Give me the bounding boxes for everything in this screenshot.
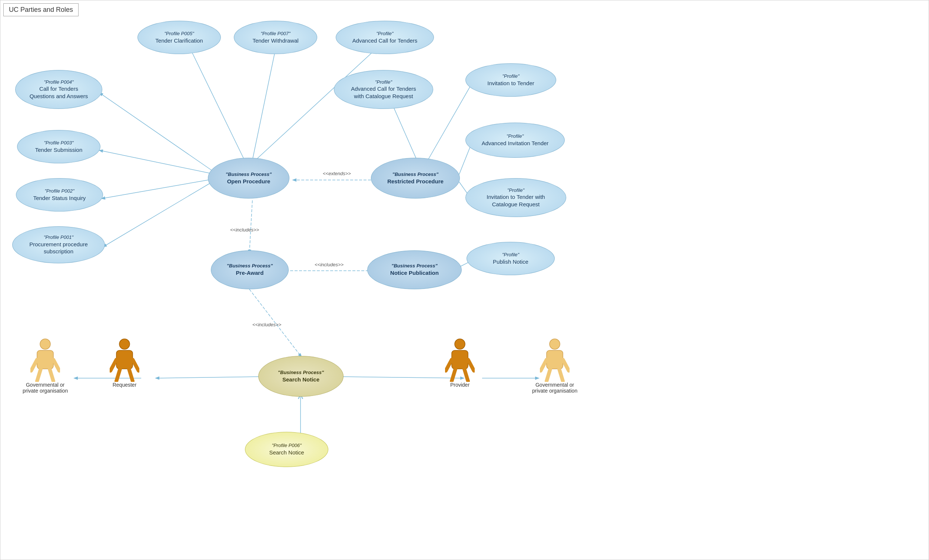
node-profile-p001: "Profile P001" Procurement procedure sub… <box>12 226 105 263</box>
svg-rect-44 <box>547 350 563 369</box>
svg-point-37 <box>455 339 465 349</box>
node-pre-award: "Business Process" Pre-Award <box>211 250 289 289</box>
node-profile-invitation-cat: "Profile" Invitation to Tender with Cata… <box>465 178 566 217</box>
svg-rect-26 <box>37 350 54 369</box>
svg-line-39 <box>446 360 452 371</box>
svg-line-1 <box>252 39 277 161</box>
svg-line-4 <box>100 150 212 174</box>
actor-requester: Requester <box>110 337 140 388</box>
svg-text:<<extends>>: <<extends>> <box>323 171 351 176</box>
svg-line-35 <box>117 369 120 381</box>
svg-line-13 <box>249 289 301 357</box>
svg-line-30 <box>50 369 54 381</box>
node-profile-p007: "Profile P007" Tender Withdrawal <box>234 21 317 54</box>
node-profile-p005: "Profile P005" Tender Clarification <box>138 21 221 54</box>
node-profile-advanced-call: "Profile" Advanced Call for Tenders <box>336 21 434 54</box>
svg-line-47 <box>547 369 550 381</box>
svg-text:<<includes>>: <<includes>> <box>230 227 259 233</box>
node-profile-adv-call-cat: "Profile" Advanced Call for Tenders with… <box>334 70 433 109</box>
diagram-title: UC Parties and Roles <box>3 3 78 16</box>
svg-text:<<includes>>: <<includes>> <box>252 322 281 327</box>
node-search-notice: "Business Process" Search Notice <box>258 356 343 397</box>
svg-point-43 <box>550 339 560 349</box>
node-profile-p003: "Profile P003" Tender Submission <box>17 130 100 163</box>
node-notice-publication: "Business Process" Notice Publication <box>367 250 462 289</box>
svg-line-41 <box>452 369 455 381</box>
diagram-lines: <<extends>> <<includes>> <<includes>> <<… <box>0 0 929 560</box>
svg-point-31 <box>119 339 130 349</box>
svg-line-27 <box>31 360 37 371</box>
svg-line-42 <box>464 369 468 381</box>
svg-line-20 <box>156 377 261 378</box>
svg-line-40 <box>468 360 474 371</box>
svg-line-46 <box>563 360 569 371</box>
svg-line-45 <box>541 360 547 371</box>
svg-line-48 <box>559 369 563 381</box>
svg-rect-32 <box>117 350 133 369</box>
actor-gov-right: Governmental or private organisation <box>532 337 577 394</box>
diagram-container: UC Parties and Roles <<extends>> <<inclu… <box>0 0 929 560</box>
node-open-procedure: "Business Process" Open Procedure <box>208 158 290 199</box>
svg-line-6 <box>103 182 212 247</box>
node-restricted-procedure: "Business Process" Restricted Procedure <box>371 158 460 199</box>
svg-line-33 <box>110 360 117 371</box>
node-profile-p004: "Profile P004" Call for Tenders Question… <box>15 70 102 109</box>
svg-line-5 <box>102 179 212 199</box>
svg-line-0 <box>185 39 245 161</box>
svg-line-9 <box>249 200 252 253</box>
node-profile-invitation: "Profile" Invitation to Tender <box>465 63 556 97</box>
node-profile-p002: "Profile P002" Tender Status Inquiry <box>16 178 103 211</box>
svg-line-34 <box>133 360 139 371</box>
svg-line-29 <box>37 369 41 381</box>
svg-line-36 <box>129 369 133 381</box>
actor-gov-left: Governmental or private organisation <box>23 337 68 394</box>
node-profile-publish-notice: "Profile" Publish Notice <box>466 242 555 275</box>
svg-line-3 <box>100 93 212 171</box>
svg-rect-38 <box>452 350 468 369</box>
svg-line-28 <box>54 360 59 371</box>
svg-point-25 <box>40 339 51 349</box>
svg-text:<<includes>>: <<includes>> <box>314 262 343 268</box>
actor-provider: Provider <box>445 337 475 388</box>
svg-line-16 <box>423 84 472 169</box>
node-profile-p006: "Profile P006" Search Notice <box>245 432 328 467</box>
node-profile-adv-invitation: "Profile" Advanced Invitation Tender <box>465 122 565 158</box>
